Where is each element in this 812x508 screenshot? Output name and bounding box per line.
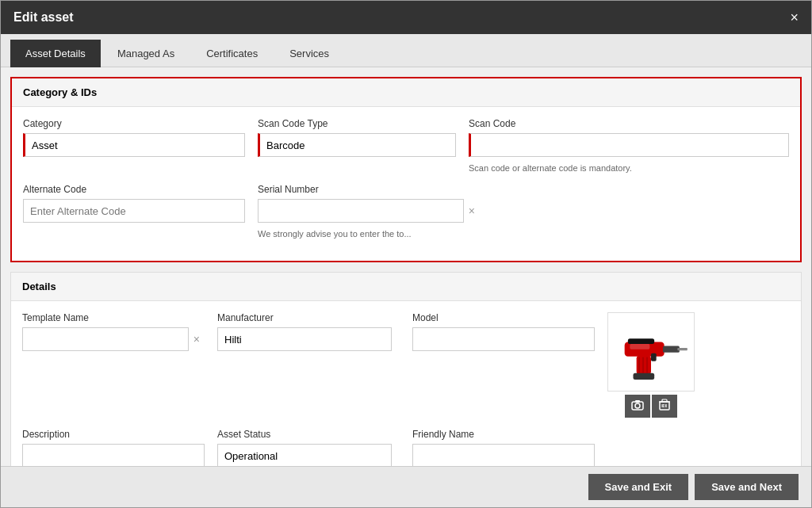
details-row-1: Template Name SF 8M-A22-Hilti × Manufact… [22,312,790,418]
svg-rect-13 [635,400,640,403]
scan-code-label: Scan Code [469,118,789,129]
friendly-name-group: Friendly Name Cordless1 metal [412,429,595,466]
details-row-2: Description 22V cordless drill driver wi… [22,429,790,466]
modal-header: Edit asset × [1,1,811,34]
template-name-input[interactable]: SF 8M-A22-Hilti [22,327,189,351]
save-and-exit-button[interactable]: Save and Exit [588,474,689,500]
category-ids-section: Category & IDs Category Asset Tool Equip… [10,77,802,262]
category-label: Category [23,118,245,129]
close-button[interactable]: × [790,10,799,25]
category-ids-title: Category & IDs [12,78,800,107]
friendly-name-label: Friendly Name [412,429,595,440]
save-and-next-button[interactable]: Save and Next [695,474,799,500]
svg-rect-3 [663,346,680,353]
svg-point-12 [635,403,640,408]
alternate-code-label: Alternate Code [23,184,245,195]
edit-asset-modal: Edit asset × Asset Details Managed As Ce… [0,0,812,508]
tab-managed-as[interactable]: Managed As [102,40,190,67]
form-row-2: Alternate Code Serial Number 123456789 ×… [23,184,789,239]
asset-image-box [607,312,695,392]
asset-status-select[interactable]: Operational Under Repair Retired [217,444,392,466]
scan-code-input[interactable]: 45348756 [469,133,789,157]
template-name-clear-icon[interactable]: × [193,333,200,346]
manufacturer-group: Manufacturer Hilti Bosch Makita DeWalt [217,312,400,351]
camera-icon [631,399,644,411]
category-group: Category Asset Tool Equipment [23,118,245,157]
drill-image [611,316,691,388]
category-ids-content: Category Asset Tool Equipment Scan Code … [12,107,800,261]
trash-icon: ID [658,399,671,411]
friendly-name-input[interactable]: Cordless1 metal [412,444,595,466]
serial-number-label: Serial Number [258,184,480,195]
scan-code-type-label: Scan Code Type [258,118,456,129]
svg-rect-6 [630,344,649,349]
serial-number-clear-icon[interactable]: × [469,204,475,217]
svg-rect-4 [677,348,688,350]
svg-rect-5 [628,338,654,344]
model-label: Model [412,312,595,323]
alternate-code-group: Alternate Code [23,184,245,223]
details-content: Template Name SF 8M-A22-Hilti × Manufact… [11,301,801,466]
category-select[interactable]: Asset Tool Equipment [23,133,245,157]
template-name-group: Template Name SF 8M-A22-Hilti × [22,312,205,351]
tab-services[interactable]: Services [274,40,344,67]
asset-status-label: Asset Status [217,429,400,440]
description-group: Description 22V cordless drill driver wi… [22,429,205,466]
form-row-1: Category Asset Tool Equipment Scan Code … [23,118,789,173]
tab-asset-details[interactable]: Asset Details [10,40,101,67]
svg-text:ID: ID [661,403,665,408]
model-input[interactable]: SF 8M-A22 [412,327,595,351]
svg-rect-2 [634,373,655,380]
alternate-code-input[interactable] [23,199,245,223]
manufacturer-select[interactable]: Hilti Bosch Makita DeWalt [217,327,392,351]
tabs-bar: Asset Details Managed As Certificates Se… [1,34,811,67]
serial-number-input[interactable]: 123456789 [258,199,464,223]
serial-number-wrapper: 123456789 × [258,199,480,223]
asset-status-group: Asset Status Operational Under Repair Re… [217,429,400,466]
asset-image-container: ID [607,312,695,418]
scan-code-type-select[interactable]: Barcode QR Code NFC [258,133,456,157]
description-label: Description [22,429,205,440]
asset-image-delete-button[interactable]: ID [652,395,677,418]
description-input[interactable]: 22V cordless drill driver with four-spee… [22,444,205,466]
modal-title: Edit asset [13,10,74,25]
svg-rect-16 [662,399,667,402]
svg-rect-10 [651,353,657,361]
serial-number-group: Serial Number 123456789 × We strongly ad… [258,184,480,239]
model-group: Model SF 8M-A22 [412,312,595,351]
asset-image-edit-button[interactable] [625,395,650,418]
template-name-wrapper: SF 8M-A22-Hilti × [22,327,205,351]
scan-code-type-group: Scan Code Type Barcode QR Code NFC [258,118,456,157]
manufacturer-label: Manufacturer [217,312,400,323]
serial-number-hint: We strongly advise you to enter the to..… [258,229,480,239]
template-name-label: Template Name [22,312,205,323]
scan-code-hint: Scan code or alternate code is mandatory… [469,163,789,173]
details-title: Details [11,273,801,301]
tab-certificates[interactable]: Certificates [191,40,273,67]
modal-body: Category & IDs Category Asset Tool Equip… [1,67,811,466]
asset-image-actions: ID [625,395,677,418]
details-section: Details Template Name SF 8M-A22-Hilti × … [10,272,802,466]
modal-footer: Save and Exit Save and Next [1,466,811,507]
scan-code-group: Scan Code 45348756 Scan code or alternat… [469,118,789,173]
